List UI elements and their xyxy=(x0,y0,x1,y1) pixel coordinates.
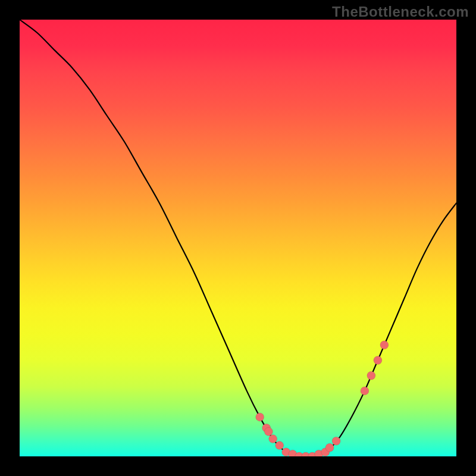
bottleneck-curve xyxy=(20,20,456,456)
data-point xyxy=(275,441,284,450)
watermark-text: TheBottleneck.com xyxy=(332,4,469,20)
data-point xyxy=(325,443,334,452)
chart-svg xyxy=(20,20,456,456)
data-point xyxy=(361,387,369,395)
data-point xyxy=(367,371,375,380)
data-point xyxy=(332,437,340,445)
data-points xyxy=(256,341,389,456)
data-point xyxy=(380,341,389,349)
data-point xyxy=(256,413,264,421)
chart-frame: TheBottleneck.com xyxy=(0,0,476,476)
data-point xyxy=(264,427,273,436)
data-point xyxy=(269,435,277,443)
data-point xyxy=(374,356,382,365)
plot-area xyxy=(20,20,456,456)
